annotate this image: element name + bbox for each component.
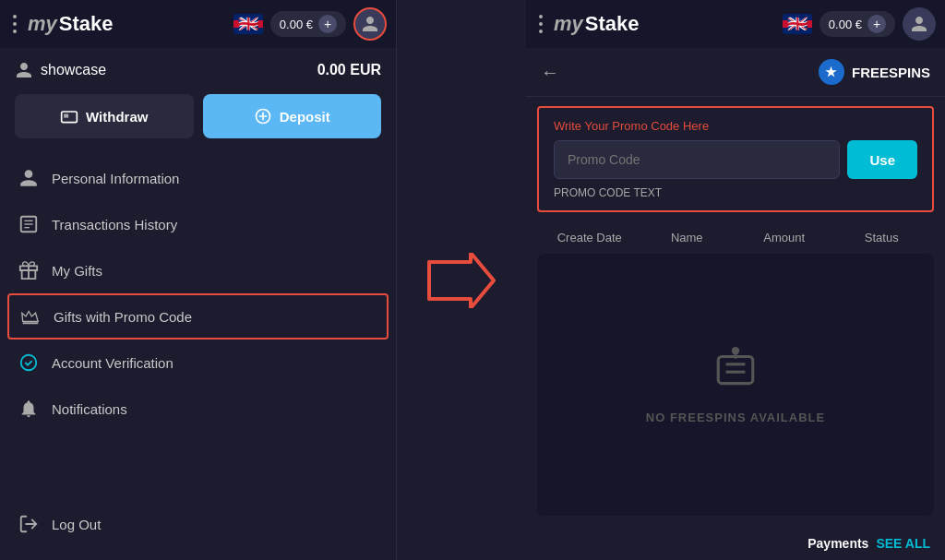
balance-box-right: 0.00 € + [819,11,895,37]
freespins-title: ★ FREESPINS [819,59,930,85]
notifications-icon [18,399,39,419]
col-amount: Amount [736,231,833,244]
sidebar-item-logout[interactable]: Log Out [0,501,396,547]
action-buttons: Withdraw Deposit [0,89,396,151]
svg-rect-0 [62,112,78,123]
col-create-date: Create Date [541,231,639,244]
right-content: ← ★ FREESPINS Write Your Promo Code Here… [526,48,945,560]
freespins-star-icon: ★ [819,59,844,85]
no-freespins-icon [712,345,759,399]
svg-rect-10 [718,357,753,384]
person-icon-right [910,15,928,33]
right-arrow-icon [420,253,503,308]
freespins-title-text: FREESPINS [852,65,930,80]
sidebar-item-notifications[interactable]: Notifications [0,386,396,432]
svg-marker-9 [429,253,494,308]
menu-dots-left[interactable] [9,11,20,37]
flag-icon-right[interactable]: 🇬🇧 [783,14,812,34]
promo-label: Write Your Promo Code Here [554,119,917,133]
col-name: Name [639,231,736,244]
promo-code-text: PROMO CODE TEXT [554,186,917,199]
account-verification-label: Account Verification [52,355,173,371]
logout-icon [18,514,39,534]
table-headers: Create Date Name Amount Status [526,221,945,254]
sidebar-item-personal-information[interactable]: Personal Information [0,155,396,201]
svg-point-8 [21,355,37,371]
payments-footer: Payments SEE ALL [526,527,945,560]
sidebar-item-account-verification[interactable]: Account Verification [0,340,396,386]
logo-left: my Stake [28,12,226,36]
user-name-section: showcase [15,61,106,79]
withdraw-icon [60,107,78,125]
withdraw-button[interactable]: Withdraw [15,94,194,138]
use-promo-button[interactable]: Use [847,140,917,179]
empty-state: NO FREESPINS AVAILABLE [537,254,934,516]
back-button[interactable]: ← [541,62,559,83]
balance-value-left: 0.00 € [280,18,313,31]
user-avatar-icon [15,61,33,79]
deposit-icon [254,107,272,125]
gifts-promo-label: Gifts with Promo Code [54,309,192,325]
svg-point-13 [732,347,739,354]
col-status: Status [833,231,931,244]
notifications-label: Notifications [52,401,127,417]
crown-icon [20,306,41,327]
flag-icon-left[interactable]: 🇬🇧 [233,14,263,34]
balance-box-left: 0.00 € + [270,11,346,37]
see-all-link[interactable]: SEE ALL [876,536,930,551]
transactions-label: Transactions History [52,217,177,232]
promo-input-row: Use [554,140,917,179]
personal-info-label: Personal Information [52,171,179,186]
left-topbar: my Stake 🇬🇧 0.00 € + [0,0,396,48]
logo-right: my Stake [554,12,775,36]
left-panel: my Stake 🇬🇧 0.00 € + showcase 0.00 EUR [0,0,397,560]
payments-label: Payments [807,536,868,551]
personal-info-icon [18,168,39,188]
freespins-header: ← ★ FREESPINS [526,48,945,97]
balance-value-right: 0.00 € [829,18,862,31]
menu-list: Personal Information Transactions Histor… [0,151,396,560]
promo-code-input[interactable] [554,140,840,179]
my-gifts-label: My Gifts [52,263,102,279]
no-freespins-text: NO FREESPINS AVAILABLE [646,411,825,424]
username-text: showcase [41,62,106,78]
right-topbar: my Stake 🇬🇧 0.00 € + [526,0,945,48]
transactions-icon [18,214,39,234]
sidebar-item-transactions-history[interactable]: Transactions History [0,201,396,247]
verification-icon [18,352,39,373]
logout-label: Log Out [52,517,101,532]
promo-code-section: Write Your Promo Code Here Use PROMO COD… [537,106,934,212]
deposit-button[interactable]: Deposit [203,94,382,138]
person-icon-left [361,15,379,33]
menu-dots-right[interactable] [535,11,546,37]
arrow-section [397,0,526,560]
user-balance-text: 0.00 EUR [317,62,381,78]
avatar-btn-right[interactable] [903,7,936,41]
gifts-icon [18,260,39,280]
sidebar-item-my-gifts[interactable]: My Gifts [0,247,396,293]
right-panel: my Stake 🇬🇧 0.00 € + ← ★ FREESPINS Write… [526,0,945,560]
sidebar-item-gifts-promo[interactable]: Gifts with Promo Code [7,293,389,340]
svg-rect-1 [64,114,68,118]
avatar-btn-left[interactable] [353,7,387,41]
add-funds-btn-left[interactable]: + [318,15,337,33]
add-funds-btn-right[interactable]: + [867,15,886,33]
user-info: showcase 0.00 EUR [0,48,396,89]
